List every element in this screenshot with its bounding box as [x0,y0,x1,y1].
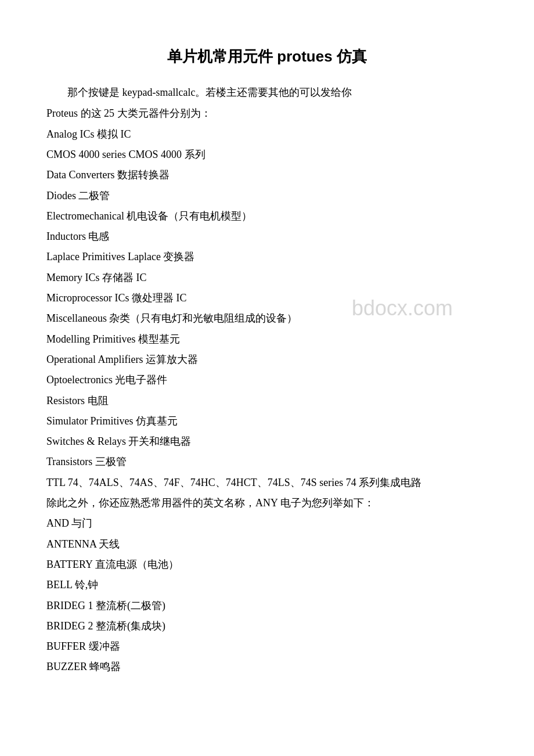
line-21: ANTENNA 天线 [46,535,488,554]
line-2: CMOS 4000 series CMOS 4000 系列 [46,145,488,164]
line-26: BUFFER 缓冲器 [46,637,488,656]
line-25: BRIDEG 2 整流桥(集成块) [46,617,488,636]
line-16: Switches & Relays 开关和继电器 [46,432,488,451]
line-23: BELL 铃,钟 [46,575,488,595]
line-27: BUZZER 蜂鸣器 [46,657,488,676]
line-24: BRIDEG 1 整流桥(二极管) [46,596,488,615]
line-0: Proteus 的这 25 大类元器件分别为： [46,104,488,123]
line-18: TTL 74、74ALS、74AS、74F、74HC、74HCT、74LS、74… [46,473,488,492]
line-19: 除此之外，你还应熟悉常用器件的英文名称，ANY 电子为您列举如下： [46,494,488,513]
line-5: Electromechanical 机电设备（只有电机模型） [46,207,488,226]
line-14: Resistors 电阻 [46,391,488,411]
line-7: Laplace Primitives Laplace 变换器 [46,247,488,267]
line-13: Optoelectronics 光电子器件 [46,370,488,390]
line-15: Simulator Primitives 仿真基元 [46,412,488,431]
line-10: Miscellaneous 杂类（只有电灯和光敏电阻组成的设备） [46,309,488,328]
content-area: 那个按键是 keypad-smallcalc。若楼主还需要其他的可以发给你 Pr… [46,83,488,677]
line-6: Inductors 电感 [46,227,488,246]
line-20: AND 与门 [46,514,488,533]
line-8: Memory ICs 存储器 IC [46,268,488,287]
line-17: Transistors 三极管 [46,452,488,471]
line-3: Data Converters 数据转换器 [46,165,488,185]
line-22: BATTERY 直流电源（电池） [46,555,488,574]
line-1: Analog ICs 模拟 IC [46,125,488,144]
line-12: Operational Amplifiers 运算放大器 [46,350,488,369]
page-title: 单片机常用元件 protues 仿真 [46,46,488,67]
intro-paragraph: 那个按键是 keypad-smallcalc。若楼主还需要其他的可以发给你 [46,83,488,102]
line-11: Modelling Primitives 模型基元 [46,330,488,349]
line-9: Microprocessor ICs 微处理器 IC [46,289,488,308]
line-4: Diodes 二极管 [46,186,488,206]
